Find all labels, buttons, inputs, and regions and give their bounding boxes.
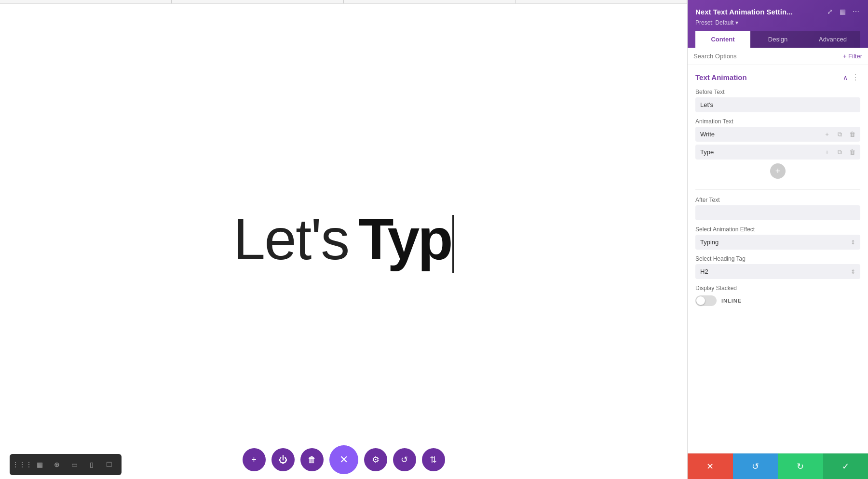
bottom-toolbar: ⋮⋮⋮ ▦ ⊕ ▭ ▯ ☐ + ⏻ 🗑 ✕ ⚙ ↺ ⇅ bbox=[0, 450, 687, 479]
panel-body: Text Animation ∧ ⋮ Before Text Animation… bbox=[688, 65, 868, 453]
filter-btn[interactable]: + Filter bbox=[843, 53, 862, 60]
panel-tabs: Content Design Advanced bbox=[695, 31, 860, 48]
toggle-row: INLINE bbox=[695, 293, 860, 308]
search-input[interactable] bbox=[693, 53, 839, 60]
animation-item-1: + ⧉ 🗑 bbox=[695, 145, 860, 160]
segment-4 bbox=[515, 0, 687, 3]
search-bar: + Filter bbox=[688, 48, 868, 65]
animation-text-field: Animation Text + ⧉ 🗑 + ⧉ 🗑 bbox=[688, 115, 868, 186]
toggle-thumb bbox=[696, 296, 705, 305]
tab-advanced[interactable]: Advanced bbox=[805, 31, 860, 48]
delete-center-btn[interactable]: 🗑 bbox=[300, 448, 324, 471]
text-thin: Let's bbox=[233, 210, 349, 268]
power-center-btn[interactable]: ⏻ bbox=[271, 448, 295, 471]
copy-anim-item-btn-1[interactable]: ⧉ bbox=[834, 147, 845, 158]
segment-1 bbox=[0, 0, 172, 3]
section-controls: ∧ ⋮ bbox=[843, 73, 860, 82]
grid-tool-btn[interactable]: ▦ bbox=[33, 458, 46, 471]
history-center-btn[interactable]: ↺ bbox=[393, 448, 416, 471]
anim-item-actions-0: + ⧉ 🗑 bbox=[819, 127, 860, 142]
heading-tag-label: Select Heading Tag bbox=[695, 255, 860, 262]
after-text-label: After Text bbox=[695, 197, 860, 203]
cursor bbox=[452, 215, 454, 273]
copy-anim-item-btn-0[interactable]: ⧉ bbox=[834, 129, 845, 140]
add-center-btn[interactable]: + bbox=[243, 448, 266, 471]
typing-text-display: Let's Typ bbox=[233, 210, 454, 273]
display-stacked-toggle[interactable] bbox=[695, 295, 717, 306]
undo-action-btn[interactable]: ↺ bbox=[733, 453, 778, 479]
before-text-label: Before Text bbox=[695, 89, 860, 95]
more-panel-btn[interactable]: ⋯ bbox=[852, 7, 860, 16]
animation-effect-label: Select Animation Effect bbox=[695, 226, 860, 233]
section-header: Text Animation ∧ ⋮ bbox=[688, 65, 868, 86]
sort-center-btn[interactable]: ⇅ bbox=[422, 448, 445, 471]
expand-panel-btn[interactable]: ⤢ bbox=[826, 7, 834, 16]
add-anim-item-btn-0[interactable]: + bbox=[822, 129, 832, 140]
close-center-btn[interactable]: ✕ bbox=[329, 445, 358, 474]
before-text-input[interactable] bbox=[695, 97, 860, 112]
panel-header: Next Text Animation Settin... ⤢ ▦ ⋯ Pres… bbox=[688, 0, 868, 48]
canvas-top-bar bbox=[0, 0, 687, 4]
delete-anim-item-btn-0[interactable]: 🗑 bbox=[847, 129, 857, 140]
text-bold: Typ bbox=[358, 210, 454, 273]
left-tools: ⋮⋮⋮ ▦ ⊕ ▭ ▯ ☐ bbox=[10, 454, 122, 475]
heading-tag-field: Select Heading Tag H2 H1 H3 H4 p bbox=[688, 253, 868, 282]
section-chevron-icon[interactable]: ∧ bbox=[843, 74, 848, 81]
heading-tag-select-wrapper: H2 H1 H3 H4 p bbox=[695, 264, 860, 279]
panel-title: Next Text Animation Settin... bbox=[695, 8, 793, 16]
tab-content[interactable]: Content bbox=[695, 31, 750, 48]
canvas-area: Let's Typ ⋮⋮⋮ ▦ ⊕ ▭ ▯ ☐ + ⏻ 🗑 ✕ ⚙ ↺ ⇅ bbox=[0, 0, 687, 479]
after-text-field: After Text bbox=[688, 194, 868, 223]
toggle-label: INLINE bbox=[721, 298, 742, 304]
panel-preset[interactable]: Preset: Default ▾ bbox=[695, 19, 860, 26]
panel-title-icons: ⤢ ▦ ⋯ bbox=[826, 7, 860, 16]
before-text-field: Before Text bbox=[688, 86, 868, 115]
dots-tool-btn[interactable]: ⋮⋮⋮ bbox=[15, 458, 29, 471]
animation-text-label: Animation Text bbox=[695, 118, 860, 125]
section-more-icon[interactable]: ⋮ bbox=[852, 73, 860, 82]
animation-text-input-0[interactable] bbox=[695, 127, 819, 142]
after-text-input[interactable] bbox=[695, 205, 860, 220]
canvas-content: Let's Typ bbox=[0, 4, 687, 479]
save-action-btn[interactable]: ✓ bbox=[823, 453, 868, 479]
redo-action-btn[interactable]: ↻ bbox=[778, 453, 823, 479]
cancel-action-btn[interactable]: ✕ bbox=[688, 453, 733, 479]
add-anim-item-btn-1[interactable]: + bbox=[822, 147, 832, 158]
animation-effect-field: Select Animation Effect Typing Fade Slid… bbox=[688, 223, 868, 253]
animation-effect-select[interactable]: Typing Fade Slide bbox=[695, 235, 860, 250]
segment-3 bbox=[344, 0, 515, 3]
animation-item-0: + ⧉ 🗑 bbox=[695, 127, 860, 142]
desktop-tool-btn[interactable]: ▭ bbox=[68, 458, 81, 471]
section-title: Text Animation bbox=[695, 73, 747, 81]
animation-effect-select-wrapper: Typing Fade Slide bbox=[695, 235, 860, 250]
action-bar: ✕ ↺ ↻ ✓ bbox=[688, 453, 868, 479]
display-stacked-label: Display Stacked bbox=[695, 285, 860, 292]
anim-item-actions-1: + ⧉ 🗑 bbox=[819, 145, 860, 160]
tab-design[interactable]: Design bbox=[750, 31, 805, 48]
search-tool-btn[interactable]: ⊕ bbox=[50, 458, 64, 471]
add-animation-item-btn[interactable]: + bbox=[770, 163, 786, 179]
mobile-tool-btn[interactable]: ☐ bbox=[102, 458, 116, 471]
heading-tag-select[interactable]: H2 H1 H3 H4 p bbox=[695, 264, 860, 279]
divider-1 bbox=[695, 189, 860, 190]
segment-2 bbox=[172, 0, 343, 3]
center-tools: + ⏻ 🗑 ✕ ⚙ ↺ ⇅ bbox=[243, 445, 445, 474]
display-stacked-field: Display Stacked INLINE bbox=[688, 282, 868, 311]
tablet-tool-btn[interactable]: ▯ bbox=[85, 458, 98, 471]
delete-anim-item-btn-1[interactable]: 🗑 bbox=[847, 147, 857, 158]
animation-text-input-1[interactable] bbox=[695, 145, 819, 160]
grid-panel-btn[interactable]: ▦ bbox=[839, 7, 847, 16]
panel-title-row: Next Text Animation Settin... ⤢ ▦ ⋯ bbox=[695, 7, 860, 16]
settings-center-btn[interactable]: ⚙ bbox=[364, 448, 387, 471]
right-panel: Next Text Animation Settin... ⤢ ▦ ⋯ Pres… bbox=[687, 0, 868, 479]
